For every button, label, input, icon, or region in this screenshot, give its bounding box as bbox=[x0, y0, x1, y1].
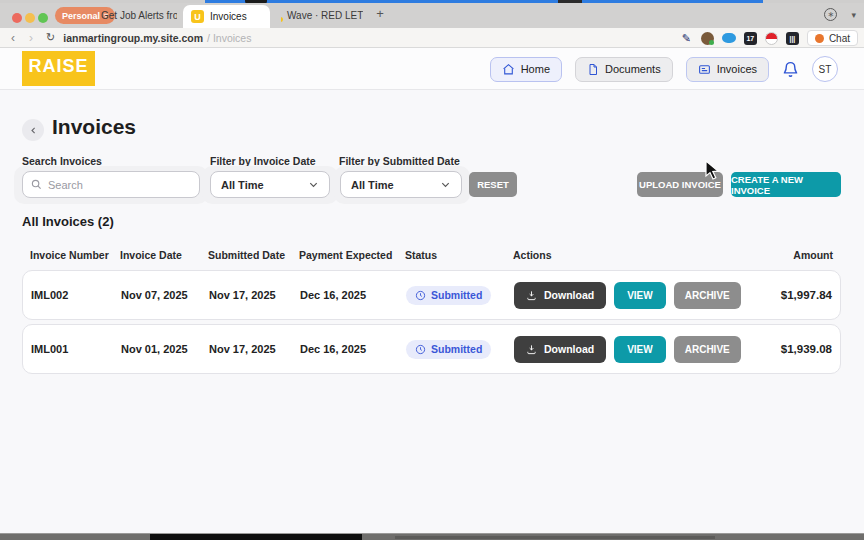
blue-extension-icon[interactable] bbox=[722, 33, 736, 43]
back-button[interactable]: ‹ bbox=[4, 31, 22, 45]
clock-icon bbox=[415, 344, 426, 355]
page-title: Invoices bbox=[52, 115, 136, 139]
search-icon bbox=[31, 179, 42, 190]
chevron-down-icon bbox=[308, 179, 319, 190]
browser-toolbar: ‹ › ↻ ianmartingroup.my.site.com / Invoi… bbox=[0, 28, 864, 48]
chevron-left-icon bbox=[29, 126, 38, 135]
list-title: All Invoices (2) bbox=[22, 214, 114, 229]
reset-button[interactable]: RESET bbox=[469, 172, 517, 197]
row-actions: Download VIEW ARCHIVE bbox=[514, 336, 744, 363]
avatar-initials: ST bbox=[819, 64, 832, 75]
status-badge: Submitted bbox=[406, 286, 491, 305]
status-label: Submitted bbox=[431, 289, 482, 301]
invoice-date-select[interactable]: All Time bbox=[210, 171, 330, 198]
invoice-amount: $1,939.08 bbox=[744, 343, 832, 355]
tab-label: Invoices bbox=[210, 11, 247, 22]
status-label: Submitted bbox=[431, 343, 482, 355]
submitted-date: Nov 17, 2025 bbox=[209, 289, 300, 301]
table-row: IML001 Nov 01, 2025 Nov 17, 2025 Dec 16,… bbox=[22, 324, 841, 374]
notifications-bell-icon[interactable] bbox=[782, 60, 799, 78]
browser-tab-bar: Personal ▾ Get Job Alerts from Ra U Invo… bbox=[0, 3, 864, 28]
view-button[interactable]: VIEW bbox=[614, 282, 666, 309]
logo-text: RAISE bbox=[28, 56, 88, 77]
table-row: IML002 Nov 07, 2025 Nov 17, 2025 Dec 16,… bbox=[22, 270, 841, 320]
chevron-down-icon bbox=[440, 179, 451, 190]
submitted-date: Nov 17, 2025 bbox=[209, 343, 300, 355]
url-path: / Invoices bbox=[207, 32, 251, 44]
submitted-date-select[interactable]: All Time bbox=[340, 171, 462, 198]
col-invoice-number: Invoice Number bbox=[30, 249, 120, 261]
chat-label: Chat bbox=[829, 33, 850, 44]
invoice-amount: $1,997.84 bbox=[744, 289, 832, 301]
nav-documents-button[interactable]: Documents bbox=[575, 57, 673, 82]
col-amount: Amount bbox=[743, 249, 833, 261]
search-input[interactable] bbox=[48, 179, 178, 191]
reload-icon[interactable]: ↻ bbox=[46, 31, 55, 44]
invoice-date: Nov 01, 2025 bbox=[121, 343, 209, 355]
table-header-row: Invoice Number Invoice Date Submitted Da… bbox=[22, 249, 841, 261]
bottom-dock-strip bbox=[0, 533, 864, 540]
download-button[interactable]: Download bbox=[514, 282, 606, 309]
chat-button[interactable]: Chat bbox=[807, 30, 858, 46]
raise-logo[interactable]: RAISE bbox=[22, 51, 95, 86]
page-back-button[interactable] bbox=[22, 119, 44, 141]
pencil-extension-icon[interactable]: ✎ bbox=[680, 32, 693, 45]
invoice-number: IML002 bbox=[31, 289, 121, 301]
download-label: Download bbox=[544, 289, 594, 301]
minimize-window-button[interactable] bbox=[25, 13, 35, 23]
search-input-wrapper[interactable] bbox=[22, 171, 200, 198]
download-icon bbox=[526, 344, 537, 355]
col-payment-expected: Payment Expected bbox=[299, 249, 405, 261]
nav-invoices-label: Invoices bbox=[717, 63, 757, 75]
invoice-date: Nov 07, 2025 bbox=[121, 289, 209, 301]
download-button[interactable]: Download bbox=[514, 336, 606, 363]
red-extension-icon[interactable] bbox=[765, 32, 778, 45]
nav-home-button[interactable]: Home bbox=[490, 57, 562, 82]
raise-favicon-icon: U bbox=[191, 10, 204, 23]
tab-label: Get Job Alerts from Ra bbox=[101, 10, 177, 21]
url-host[interactable]: ianmartingroup.my.site.com bbox=[63, 32, 203, 44]
invoice-number: IML001 bbox=[31, 343, 121, 355]
dock-dark-segment bbox=[150, 534, 362, 540]
tab-invoices-active[interactable]: U Invoices bbox=[183, 5, 270, 28]
view-button[interactable]: VIEW bbox=[614, 336, 666, 363]
forward-button[interactable]: › bbox=[22, 31, 40, 45]
tab-wave[interactable]: Wave · RED LETTER M bbox=[281, 3, 363, 28]
document-icon bbox=[587, 63, 599, 76]
payment-expected: Dec 16, 2025 bbox=[300, 289, 406, 301]
site-header: RAISE Home Documents Invoices ST bbox=[0, 48, 864, 90]
user-avatar[interactable]: ST bbox=[812, 56, 838, 82]
col-status: Status bbox=[405, 249, 513, 261]
submitted-date-value: All Time bbox=[351, 179, 394, 191]
nav-home-label: Home bbox=[521, 63, 550, 75]
tab-group-icon[interactable]: ∗ bbox=[824, 8, 837, 21]
bars-extension-icon[interactable]: ||| bbox=[786, 32, 799, 45]
payment-expected: Dec 16, 2025 bbox=[300, 343, 406, 355]
download-icon bbox=[526, 290, 537, 301]
new-tab-button[interactable]: + bbox=[371, 6, 389, 21]
status-badge: Submitted bbox=[406, 340, 491, 359]
home-icon bbox=[502, 63, 515, 76]
zoom-window-button[interactable] bbox=[38, 13, 48, 23]
nav-invoices-button[interactable]: Invoices bbox=[686, 57, 769, 82]
tab-job-alerts[interactable]: Get Job Alerts from Ra bbox=[95, 3, 177, 28]
archive-button[interactable]: ARCHIVE bbox=[674, 282, 741, 309]
mouse-cursor bbox=[705, 160, 722, 180]
col-actions: Actions bbox=[513, 249, 743, 261]
nav-documents-label: Documents bbox=[605, 63, 661, 75]
close-window-button[interactable] bbox=[12, 13, 22, 23]
clock-icon bbox=[415, 290, 426, 301]
dock-segment bbox=[395, 536, 715, 539]
chevron-down-icon[interactable]: ▾ bbox=[851, 10, 856, 20]
header-nav: Home Documents Invoices ST bbox=[490, 56, 838, 82]
create-invoice-button[interactable]: CREATE A NEW INVOICE bbox=[731, 172, 841, 197]
download-label: Download bbox=[544, 343, 594, 355]
globe-extension-icon[interactable] bbox=[701, 32, 714, 45]
archive-button[interactable]: ARCHIVE bbox=[674, 336, 741, 363]
chat-dot-icon bbox=[815, 34, 824, 43]
tab-label: Wave · RED LETTER M bbox=[287, 10, 363, 21]
row-actions: Download VIEW ARCHIVE bbox=[514, 282, 744, 309]
col-submitted-date: Submitted Date bbox=[208, 249, 299, 261]
dark-extension-icon[interactable]: 17 bbox=[744, 32, 757, 45]
invoice-icon bbox=[698, 63, 711, 76]
